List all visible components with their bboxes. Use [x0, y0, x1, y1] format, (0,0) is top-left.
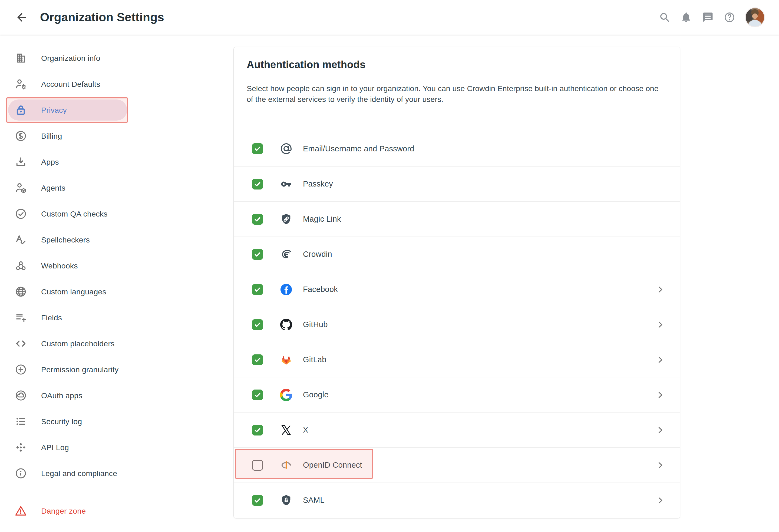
- sidebar-item-label: Organization info: [41, 54, 100, 63]
- sidebar-item-pill: OAuth apps: [8, 385, 127, 406]
- help-icon[interactable]: [724, 12, 735, 23]
- checkbox-unchecked[interactable]: [252, 460, 263, 471]
- sidebar-item-pill: Privacy: [8, 99, 127, 121]
- auth-method-label: Email/Username and Password: [303, 144, 414, 153]
- sidebar-item-billing[interactable]: Billing: [0, 123, 130, 149]
- sidebar-item-oauth-apps[interactable]: OAuth apps: [0, 383, 130, 408]
- spellcheck-icon: [15, 234, 27, 246]
- sidebar-item-label: Apps: [41, 157, 59, 167]
- list-bullets-icon: [15, 415, 27, 427]
- chevron-right-icon[interactable]: [656, 285, 665, 294]
- auth-method-row-x[interactable]: X: [234, 412, 680, 447]
- sidebar-item-agents[interactable]: Agents: [0, 175, 130, 201]
- auth-method-row-magic-link[interactable]: Magic Link: [234, 201, 680, 237]
- auth-method-label: Google: [303, 390, 328, 399]
- lock-icon: [15, 104, 27, 116]
- openid-icon: [280, 459, 293, 472]
- at-sign-icon: [280, 142, 293, 155]
- checkbox-checked[interactable]: [252, 319, 263, 330]
- checkbox-checked[interactable]: [252, 495, 263, 506]
- auth-method-row-facebook[interactable]: Facebook: [234, 272, 680, 307]
- auth-method-row-crowdin[interactable]: Crowdin: [234, 237, 680, 272]
- back-arrow-icon[interactable]: [15, 11, 28, 24]
- sidebar-item-custom-languages[interactable]: Custom languages: [0, 279, 130, 305]
- auth-method-row-saml[interactable]: SAML: [234, 482, 680, 518]
- checkbox-checked[interactable]: [252, 179, 263, 190]
- sidebar-item-danger-zone[interactable]: Danger zone: [0, 498, 130, 524]
- chevron-right-icon[interactable]: [656, 320, 665, 329]
- building-icon: [15, 52, 27, 64]
- checkbox-checked[interactable]: [252, 249, 263, 260]
- search-icon[interactable]: [659, 12, 670, 23]
- info-circle-icon: [15, 467, 27, 479]
- checkbox-checked[interactable]: [252, 425, 263, 436]
- sidebar-item-label: Custom placeholders: [41, 339, 115, 348]
- auth-method-label: Facebook: [303, 285, 338, 294]
- sidebar-item-label: OAuth apps: [41, 391, 82, 400]
- sidebar-item-custom-placeholders[interactable]: Custom placeholders: [0, 331, 130, 356]
- sidebar-item-pill: Account Defaults: [8, 73, 127, 94]
- auth-method-row-openid-connect[interactable]: OpenID Connect: [234, 447, 680, 482]
- checkbox-checked[interactable]: [252, 390, 263, 400]
- sidebar-item-custom-qa-checks[interactable]: Custom QA checks: [0, 201, 130, 227]
- sidebar-item-label: Account Defaults: [41, 80, 100, 89]
- app-header: Organization Settings: [0, 0, 779, 35]
- sidebar-item-label: Agents: [41, 184, 65, 193]
- chevron-right-icon[interactable]: [656, 390, 665, 400]
- sidebar-item-label: Webhooks: [41, 261, 78, 270]
- checkbox-checked[interactable]: [252, 214, 263, 225]
- sidebar-item-pill: Custom QA checks: [8, 203, 127, 224]
- sidebar-item-account-defaults[interactable]: Account Defaults: [0, 71, 130, 97]
- sidebar-item-privacy[interactable]: Privacy: [0, 97, 130, 123]
- sidebar-item-security-log[interactable]: Security log: [0, 408, 130, 435]
- user-avatar[interactable]: [745, 7, 765, 27]
- auth-method-label: Magic Link: [303, 215, 341, 223]
- bell-icon[interactable]: [680, 12, 692, 23]
- auth-method-label: Crowdin: [303, 250, 332, 259]
- chat-icon[interactable]: [702, 12, 714, 23]
- chevron-right-icon[interactable]: [656, 355, 665, 364]
- person-gear-icon: [15, 78, 27, 90]
- auth-method-row-google[interactable]: Google: [234, 377, 680, 412]
- google-icon: [280, 389, 293, 401]
- sidebar-item-legal-and-compliance[interactable]: Legal and compliance: [0, 460, 130, 486]
- checkbox-checked[interactable]: [252, 284, 263, 295]
- sidebar-item-fields[interactable]: Fields: [0, 305, 130, 331]
- sidebar-item-label: Privacy: [41, 106, 67, 115]
- auth-method-row-email-password[interactable]: Email/Username and Password: [234, 131, 680, 166]
- auth-method-row-gitlab[interactable]: GitLab: [234, 342, 680, 377]
- sidebar-item-webhooks[interactable]: Webhooks: [0, 253, 130, 279]
- shield-lock-icon: [280, 494, 293, 507]
- chevron-right-icon[interactable]: [656, 461, 665, 470]
- checkbox-checked[interactable]: [252, 354, 263, 365]
- list-plus-icon: [15, 312, 27, 324]
- sidebar-item-pill: Fields: [8, 307, 127, 328]
- chevron-right-icon[interactable]: [656, 425, 665, 435]
- sidebar-item-label: Permission granularity: [41, 365, 118, 374]
- sidebar-item-organization-info[interactable]: Organization info: [0, 45, 130, 71]
- sidebar-item-label: Fields: [41, 313, 62, 322]
- facebook-icon: [280, 283, 293, 296]
- sidebar-item-api-log[interactable]: API Log: [0, 435, 130, 460]
- sidebar-item-permission-granularity[interactable]: Permission granularity: [0, 356, 130, 383]
- checkbox-checked[interactable]: [252, 143, 263, 154]
- check-circle-icon: [15, 208, 27, 220]
- sidebar-item-spellcheckers[interactable]: Spellcheckers: [0, 227, 130, 253]
- settings-sidebar: Organization info Account Defaults Priva…: [0, 35, 130, 524]
- auth-method-list: Email/Username and Password Passkey Magi…: [234, 131, 680, 518]
- sidebar-item-pill: Webhooks: [8, 255, 127, 276]
- sidebar-item-pill: Security log: [8, 411, 127, 432]
- sidebar-item-label: Security log: [41, 417, 82, 426]
- code-brackets-icon: [15, 338, 27, 349]
- sidebar-item-apps[interactable]: Apps: [0, 149, 130, 175]
- page-title: Organization Settings: [40, 10, 164, 24]
- auth-method-row-passkey[interactable]: Passkey: [234, 166, 680, 201]
- chevron-right-icon[interactable]: [656, 496, 665, 505]
- x-logo-icon: [280, 423, 293, 437]
- panel-description: Select how people can sign in to your or…: [247, 83, 665, 105]
- github-icon: [280, 318, 293, 331]
- auth-method-row-github[interactable]: GitHub: [234, 307, 680, 342]
- sidebar-item-label: Custom languages: [41, 287, 106, 296]
- crowdin-icon: [280, 248, 293, 261]
- auth-method-label: X: [303, 425, 308, 435]
